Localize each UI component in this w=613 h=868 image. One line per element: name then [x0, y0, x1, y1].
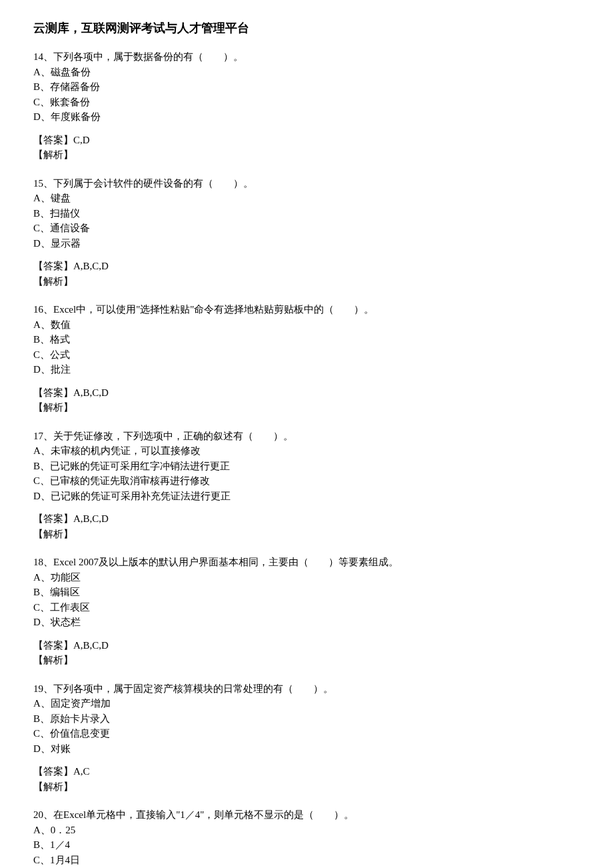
answer-block: 【答案】A,C【解析】	[33, 764, 580, 794]
question-option: D、状态栏	[33, 615, 580, 630]
explain-line: 【解析】	[33, 147, 580, 163]
question-option: C、通信设备	[33, 221, 580, 236]
document-page: 云测库，互联网测评考试与人才管理平台 14、下列各项中，属于数据备份的有（ ）。…	[0, 0, 613, 868]
answer-label: 【答案】	[33, 640, 73, 651]
question-stem: 15、下列属于会计软件的硬件设备的有（ ）。	[33, 176, 580, 191]
question-option: C、价值信息变更	[33, 726, 580, 741]
question-option: D、已记账的凭证可采用补充凭证法进行更正	[33, 489, 580, 504]
question-option: C、1月4日	[33, 853, 580, 868]
question-block: 20、在Excel单元格中，直接输入"1／4"，则单元格不显示的是（ ）。A、0…	[33, 807, 580, 868]
question-option: A、数值	[33, 317, 580, 333]
explain-line: 【解析】	[33, 653, 580, 668]
answer-value: C,D	[73, 135, 90, 145]
question-option: C、工作表区	[33, 600, 580, 615]
answer-value: A,C	[73, 766, 90, 777]
question-option: B、编辑区	[33, 585, 580, 600]
answer-line: 【答案】A,B,C,D	[33, 385, 580, 401]
explain-line: 【解析】	[33, 400, 580, 415]
question-block: 14、下列各项中，属于数据备份的有（ ）。A、磁盘备份B、存储器备份C、账套备份…	[33, 49, 580, 163]
question-stem: 20、在Excel单元格中，直接输入"1／4"，则单元格不显示的是（ ）。	[33, 807, 580, 823]
answer-line: 【答案】C,D	[33, 133, 580, 148]
answer-label: 【答案】	[33, 387, 73, 398]
answer-value: A,B,C,D	[73, 261, 109, 271]
question-option: B、已记账的凭证可采用红字冲销法进行更正	[33, 459, 580, 474]
question-option: A、固定资产增加	[33, 696, 580, 711]
answer-value: A,B,C,D	[73, 513, 109, 524]
question-option: A、未审核的机内凭证，可以直接修改	[33, 443, 580, 459]
question-stem: 16、Excel中，可以使用"选择性粘贴"命令有选择地粘贴剪贴板中的（ ）。	[33, 302, 580, 317]
explain-line: 【解析】	[33, 527, 580, 542]
answer-block: 【答案】A,B,C,D【解析】	[33, 638, 580, 668]
question-option: A、磁盘备份	[33, 65, 580, 80]
answer-label: 【答案】	[33, 513, 73, 524]
answer-value: A,B,C,D	[73, 640, 109, 651]
question-block: 16、Excel中，可以使用"选择性粘贴"命令有选择地粘贴剪贴板中的（ ）。A、…	[33, 302, 580, 415]
question-block: 15、下列属于会计软件的硬件设备的有（ ）。A、键盘B、扫描仪C、通信设备D、显…	[33, 176, 580, 289]
answer-line: 【答案】A,B,C,D	[33, 511, 580, 527]
questions-container: 14、下列各项中，属于数据备份的有（ ）。A、磁盘备份B、存储器备份C、账套备份…	[33, 49, 580, 868]
question-option: A、功能区	[33, 570, 580, 585]
question-option: B、1／4	[33, 837, 580, 853]
question-option: C、已审核的凭证先取消审核再进行修改	[33, 473, 580, 489]
answer-block: 【答案】A,B,C,D【解析】	[33, 385, 580, 415]
question-option: A、键盘	[33, 191, 580, 206]
question-block: 18、Excel 2007及以上版本的默认用户界面基本相同，主要由（ ）等要素组…	[33, 555, 580, 668]
explain-line: 【解析】	[33, 274, 580, 289]
answer-label: 【答案】	[33, 261, 73, 271]
answer-block: 【答案】A,B,C,D【解析】	[33, 259, 580, 289]
question-option: C、公式	[33, 347, 580, 363]
answer-line: 【答案】A,C	[33, 764, 580, 779]
question-option: D、显示器	[33, 236, 580, 251]
question-option: D、年度账备份	[33, 109, 580, 125]
question-option: A、0．25	[33, 823, 580, 838]
explain-line: 【解析】	[33, 779, 580, 795]
question-stem: 17、关于凭证修改，下列选项中，正确的叙述有（ ）。	[33, 429, 580, 444]
question-option: B、格式	[33, 332, 580, 347]
answer-value: A,B,C,D	[73, 387, 109, 398]
question-option: C、账套备份	[33, 95, 580, 110]
answer-label: 【答案】	[33, 766, 73, 777]
question-block: 17、关于凭证修改，下列选项中，正确的叙述有（ ）。A、未审核的机内凭证，可以直…	[33, 429, 580, 542]
question-option: B、原始卡片录入	[33, 711, 580, 727]
question-stem: 19、下列各项中，属于固定资产核算模块的日常处理的有（ ）。	[33, 681, 580, 697]
question-option: D、对账	[33, 741, 580, 757]
question-option: D、批注	[33, 362, 580, 377]
question-stem: 18、Excel 2007及以上版本的默认用户界面基本相同，主要由（ ）等要素组…	[33, 555, 580, 570]
question-stem: 14、下列各项中，属于数据备份的有（ ）。	[33, 49, 580, 65]
page-title: 云测库，互联网测评考试与人才管理平台	[33, 20, 580, 36]
answer-block: 【答案】C,D【解析】	[33, 133, 580, 163]
answer-line: 【答案】A,B,C,D	[33, 638, 580, 653]
question-block: 19、下列各项中，属于固定资产核算模块的日常处理的有（ ）。A、固定资产增加B、…	[33, 681, 580, 795]
answer-line: 【答案】A,B,C,D	[33, 259, 580, 274]
answer-label: 【答案】	[33, 135, 73, 145]
answer-block: 【答案】A,B,C,D【解析】	[33, 511, 580, 541]
question-option: B、存储器备份	[33, 79, 580, 95]
question-option: B、扫描仪	[33, 206, 580, 221]
